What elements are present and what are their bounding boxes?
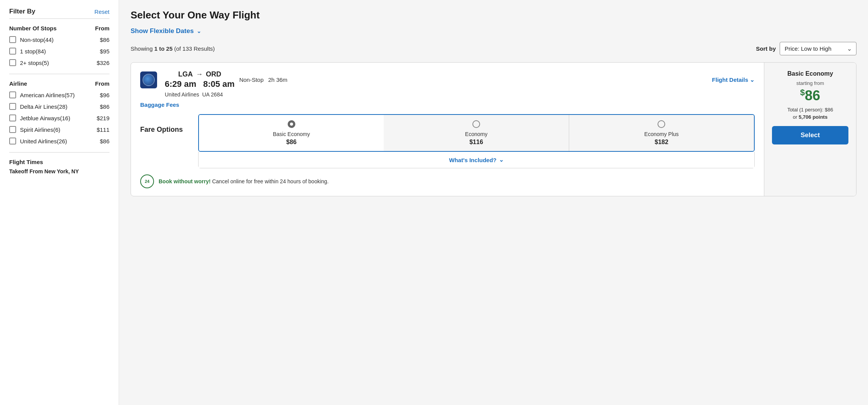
stops-section-header: Number Of Stops From [9,25,109,32]
worry-normal: Cancel online for free within 24 hours o… [210,178,328,184]
airline-price-1: $86 [100,103,109,110]
airline-from-label: From [95,80,110,87]
price-value: 86 [805,88,820,103]
baggage-fees-button[interactable]: Baggage Fees [140,101,179,108]
chevron-down-icon: ⌄ [197,28,201,34]
flexible-dates-button[interactable]: Show Flexible Dates ⌄ [131,27,856,35]
airline-option-0: American Airlines(57) $96 [9,91,109,98]
duration-label: 2h 36m [268,76,287,83]
price-symbol: $ [800,88,805,97]
sort-by-label: Sort by [756,45,776,52]
airline-option-2: Jetblue Airways(16) $219 [9,115,109,121]
page-title: Select Your One Way Flight [131,9,856,21]
select-button[interactable]: Select [772,126,848,144]
flight-card: LGA → ORD 6:29 am 8:05 am Non-Stop [131,62,856,196]
starting-from-label: starting from [796,80,824,86]
sidebar-total: Total (1 person): $86 [787,107,833,113]
flight-card-sidebar: Basic Economy starting from $86 Total (1… [764,63,856,196]
airline-price-0: $96 [100,92,109,98]
flight-number: UA 2684 [202,91,223,98]
airline-name: United Airlines [165,91,199,98]
worry-free-row: 24 Book without worry! Cancel online for… [140,168,755,196]
whats-included-button[interactable]: What's Included? ⌄ [199,152,754,168]
airline-label-0: American Airlines(57) [20,92,75,98]
fare-name-0: Basic Economy [205,131,378,137]
flight-card-inner: LGA → ORD 6:29 am 8:05 am Non-Stop [131,63,856,196]
airline-label-2: Jetblue Airways(16) [20,115,70,121]
stops-filter-section: Number Of Stops From Non-stop(44) $86 1 … [9,25,109,66]
stops-label-1: 1 stop(84) [20,48,46,55]
takeoff-label: Takeoff From New York, NY [9,168,109,174]
sort-select[interactable]: Price: Low to High Price: High to Low Du… [780,42,856,55]
results-suffix: (of 133 Results) [172,45,215,52]
stops-section-title: Number Of Stops [9,25,56,32]
stops-price-2: $326 [97,60,109,66]
fare-radio-0 [288,120,295,128]
airline-option-3: Spirit Airlines(6) $111 [9,126,109,133]
sidebar: Filter By Reset Number Of Stops From Non… [0,0,119,405]
stops-option-2: 2+ stops(5) $326 [9,59,109,66]
airline-price-4: $86 [100,138,109,144]
showing-prefix: Showing [131,45,154,52]
airline-label-3: Spirit Airlines(6) [20,126,60,133]
worry-icon: 24 [140,174,154,188]
fare-option-1[interactable]: Economy $116 [384,115,569,151]
chevron-down-icon: ⌄ [750,76,755,83]
stops-checkbox-0[interactable] [9,36,16,43]
fare-options-label: Fare Options [140,114,183,134]
points-value: 5,706 points [799,114,828,120]
sidebar-price: $86 [800,88,820,104]
sidebar-points: or 5,706 points [793,114,827,120]
fare-option-0[interactable]: Basic Economy $86 [199,115,384,151]
fare-options-grid: Basic Economy $86 Economy $116 [198,114,755,152]
filter-header: Filter By Reset [9,8,109,15]
worry-bold: Book without worry! [159,178,210,184]
airline-checkbox-1[interactable] [9,103,16,110]
flight-card-main: LGA → ORD 6:29 am 8:05 am Non-Stop [131,63,764,196]
airline-checkbox-2[interactable] [9,115,16,121]
worry-free-text: Book without worry! Cancel online for fr… [159,178,329,184]
fare-name-1: Economy [390,131,562,137]
airline-label-1: Delta Air Lines(28) [20,103,67,110]
airline-checkbox-3[interactable] [9,126,16,133]
fare-price-0: $86 [205,139,378,146]
arrow-icon: → [196,70,203,78]
flight-details-button[interactable]: Flight Details ⌄ [712,76,755,83]
fare-radio-1 [472,120,480,128]
stops-label: Non-Stop [239,76,263,83]
airline-times-divider [9,152,109,153]
airline-checkbox-0[interactable] [9,91,16,98]
origin-code: LGA [178,70,193,78]
fare-price-2: $182 [575,139,748,146]
stops-option-1: 1 stop(84) $95 [9,48,109,55]
fare-option-2[interactable]: Economy Plus $182 [569,115,754,151]
airline-price-2: $219 [97,115,109,121]
airline-checkbox-4[interactable] [9,138,16,144]
chevron-down-icon: ⌄ [499,156,504,163]
airline-section-header: Airline From [9,80,109,87]
fare-name-2: Economy Plus [575,131,748,137]
flexible-dates-label: Show Flexible Dates [131,27,194,35]
results-text: Showing 1 to 25 (of 133 Results) [131,45,215,52]
stops-label-0: Non-stop(44) [20,37,54,43]
flight-times-section: Flight Times Takeoff From New York, NY [9,159,109,174]
flight-info-row: LGA → ORD 6:29 am 8:05 am Non-Stop [140,70,755,89]
airline-label-4: United Airlines(26) [20,138,67,144]
flight-times-title: Flight Times [9,159,109,165]
reset-button[interactable]: Reset [94,8,109,15]
whats-included-row: What's Included? ⌄ [198,152,755,168]
main-content: Select Your One Way Flight Show Flexible… [119,0,868,405]
airline-section-title: Airline [9,80,27,87]
stops-option-0: Non-stop(44) $86 [9,36,109,43]
stops-checkbox-2[interactable] [9,59,16,66]
card-sidebar-title: Basic Economy [787,70,833,77]
airline-logo-globe [142,74,155,86]
stops-airline-divider [9,74,109,74]
airline-option-4: United Airlines(26) $86 [9,138,109,144]
stops-checkbox-1[interactable] [9,48,16,55]
fare-price-1: $116 [390,139,562,146]
sort-by-area: Sort by Price: Low to High Price: High t… [756,42,856,55]
stops-price-0: $86 [100,37,109,43]
airline-logo [140,71,157,88]
results-range: 1 to 25 [154,45,173,52]
